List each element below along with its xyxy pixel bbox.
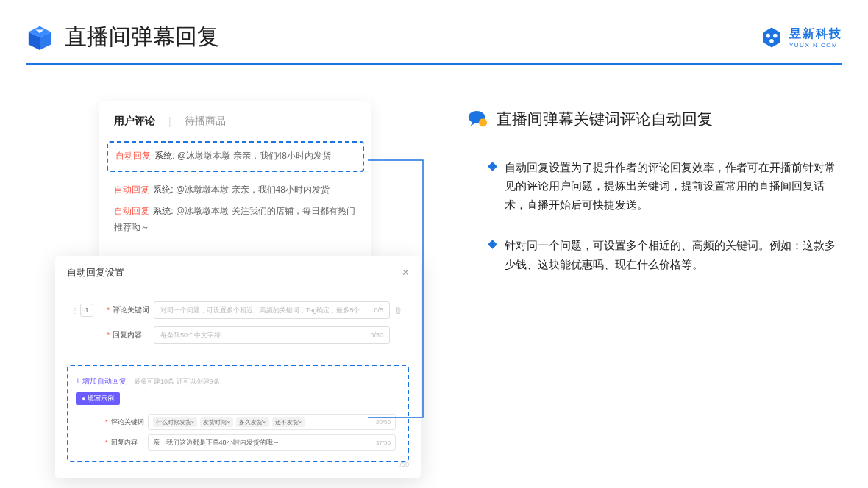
comment-row: 自动回复 系统: @冰墩墩本墩 亲亲，我们48小时内发货 [114, 182, 357, 198]
svg-point-5 [773, 33, 778, 37]
diamond-icon [488, 240, 497, 249]
tag-item[interactable]: 还不发货× [272, 417, 305, 427]
chat-bubble-icon [467, 110, 488, 128]
ex-content-value[interactable]: 亲，我们这边都是下单48小时内发货的哦～ 37/50 [148, 434, 396, 451]
example-badge: ● 填写示例 [76, 392, 120, 405]
required-star: * [105, 418, 108, 426]
comment-panel: 用户评论 | 待播商品 自动回复 系统: @冰墩墩本墩 亲亲，我们48小时内发货… [99, 101, 371, 262]
tab-pending-products[interactable]: 待播商品 [185, 115, 226, 128]
delete-icon[interactable]: 🗑 [394, 306, 405, 315]
close-icon[interactable]: × [402, 266, 409, 279]
tag-item[interactable]: 多久发货× [236, 417, 269, 427]
overflow-hint: /50 [399, 461, 409, 468]
page-title: 直播间弹幕回复 [65, 22, 219, 52]
example-box: + 增加自动回复 最多可建10条 还可以创建9条 ● 填写示例 * 评论关键词 … [67, 365, 409, 462]
bullet-item: 针对同一个问题，可设置多个相近的、高频的关键词。例如：这款多少钱、这块能优惠吗、… [467, 237, 842, 274]
required-star: * [107, 331, 110, 340]
add-note: 最多可建10条 还可以创建9条 [134, 378, 220, 385]
ex-keyword-tags[interactable]: 什么时候发货× 发货时间× 多久发货× 还不发货× 20/50 [148, 414, 396, 430]
brand-logo: 昱新科技 YUUXIN.COM [760, 26, 842, 49]
auto-reply-tag: 自动回复 [114, 184, 149, 195]
modal-title: 自动回复设置 [67, 266, 124, 279]
ex-content-label: 回复内容 [111, 438, 148, 448]
comment-row-highlighted: 自动回复 系统: @冰墩墩本墩 亲亲，我们48小时内发货 [107, 141, 364, 172]
required-star: * [107, 306, 110, 315]
diamond-icon [488, 162, 497, 171]
content-label: 回复内容 [113, 330, 154, 340]
content-input[interactable]: 每条限50个中文字符 0/50 [154, 326, 390, 344]
rule-index: 1 [80, 304, 93, 317]
cube-icon [26, 24, 54, 51]
svg-point-6 [769, 39, 774, 43]
auto-reply-tag: 自动回复 [114, 206, 149, 216]
comment-row: 自动回复 系统: @冰墩墩本墩 关注我们的店铺，每日都有热门推荐呦～ [114, 204, 357, 235]
required-star: * [105, 439, 108, 446]
add-auto-reply-link[interactable]: + 增加自动回复 [76, 377, 127, 385]
brand-sub: YUUXIN.COM [789, 42, 838, 49]
tag-item[interactable]: 发货时间× [200, 417, 233, 427]
ex-keyword-label: 评论关键词 [111, 417, 148, 427]
keyword-label: 评论关键词 [113, 305, 154, 315]
auto-reply-settings-modal: 自动回复设置 × ⋮⋮ 1 * 评论关键词 对同一个问题，可设置多个相近、高频的… [55, 256, 421, 478]
tab-user-comments[interactable]: 用户评论 [114, 115, 155, 128]
bullet-item: 自动回复设置为了提升作者的评论回复效率，作者可在开播前针对常见的评论用户问题，提… [467, 159, 842, 215]
keyword-input[interactable]: 对同一个问题，可设置多个相近、高频的关键词，Tag确定，最多5个 0/5 [154, 301, 390, 319]
svg-point-8 [479, 118, 487, 126]
auto-reply-tag: 自动回复 [115, 151, 151, 161]
tab-divider: | [168, 115, 171, 127]
svg-point-4 [766, 33, 770, 37]
section-title: 直播间弹幕关键词评论自动回复 [497, 109, 713, 129]
brand-name: 昱新科技 [789, 26, 842, 42]
drag-handle-icon[interactable]: ⋮⋮ [71, 306, 80, 315]
tag-item[interactable]: 什么时候发货× [153, 417, 198, 427]
